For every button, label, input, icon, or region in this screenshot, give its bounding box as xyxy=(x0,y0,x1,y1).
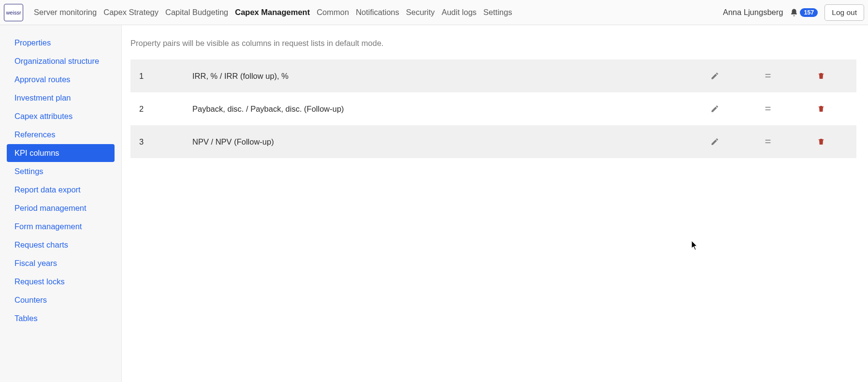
logo[interactable]: weissr xyxy=(4,4,23,21)
topnav-item[interactable]: Security xyxy=(406,6,435,19)
sidebar-item[interactable]: Tables xyxy=(7,309,115,327)
topnav-item[interactable]: Notifications xyxy=(356,6,399,19)
drag-handle-icon[interactable]: = xyxy=(765,103,771,114)
main-content: Property pairs will be visible as column… xyxy=(122,25,868,382)
topnav-item[interactable]: Settings xyxy=(483,6,512,19)
bell-icon xyxy=(790,8,798,17)
topbar-right: Anna Ljungsberg 157 Log out xyxy=(723,4,864,21)
sidebar-item[interactable]: Report data export xyxy=(7,181,115,199)
sidebar-item[interactable]: Approval routes xyxy=(7,71,115,88)
row-number: 1 xyxy=(139,72,192,81)
username[interactable]: Anna Ljungsberg xyxy=(723,8,783,17)
edit-button[interactable] xyxy=(710,137,719,146)
topbar: weissr Server monitoringCapex StrategyCa… xyxy=(0,0,868,25)
edit-button[interactable] xyxy=(710,104,719,113)
trash-icon xyxy=(817,137,825,146)
sidebar-item[interactable]: Request charts xyxy=(7,236,115,254)
sidebar-item[interactable]: References xyxy=(7,126,115,144)
row-label: NPV / NPV (Follow-up) xyxy=(192,137,688,147)
pencil-icon xyxy=(710,104,719,113)
topnav-item[interactable]: Capital Budgeting xyxy=(165,6,228,19)
edit-button[interactable] xyxy=(710,72,719,80)
delete-button[interactable] xyxy=(817,137,825,146)
table-row: 1IRR, % / IRR (follow up), %= xyxy=(130,59,856,92)
trash-icon xyxy=(817,72,825,80)
delete-button[interactable] xyxy=(817,72,825,80)
topnav-item[interactable]: Server monitoring xyxy=(34,6,97,19)
row-label: Payback, disc. / Payback, disc. (Follow-… xyxy=(192,104,688,114)
topnav-item[interactable]: Audit logs xyxy=(442,6,477,19)
sidebar-item[interactable]: Period management xyxy=(7,199,115,217)
topnav-item[interactable]: Capex Strategy xyxy=(103,6,159,19)
sidebar-item[interactable]: Fiscal years xyxy=(7,254,115,272)
row-label: IRR, % / IRR (follow up), % xyxy=(192,72,688,81)
pencil-icon xyxy=(710,137,719,146)
notifications-button[interactable]: 157 xyxy=(790,8,818,17)
sidebar-item[interactable]: Form management xyxy=(7,218,115,235)
sidebar-item[interactable]: Organizational structure xyxy=(7,52,115,70)
trash-icon xyxy=(817,104,825,113)
sidebar-item[interactable]: Request locks xyxy=(7,273,115,291)
row-number: 2 xyxy=(139,104,192,114)
sidebar-item[interactable]: Counters xyxy=(7,291,115,309)
pencil-icon xyxy=(710,72,719,80)
drag-handle-icon[interactable]: = xyxy=(765,71,771,81)
table-row: 2Payback, disc. / Payback, disc. (Follow… xyxy=(130,92,856,125)
drag-handle-icon[interactable]: = xyxy=(765,136,771,147)
sidebar-item[interactable]: Capex attributes xyxy=(7,107,115,125)
topnav-item[interactable]: Common xyxy=(317,6,349,19)
logout-button[interactable]: Log out xyxy=(825,4,864,21)
sidebar-item[interactable]: KPI columns xyxy=(7,144,115,162)
sidebar: PropertiesOrganizational structureApprov… xyxy=(0,25,122,382)
delete-button[interactable] xyxy=(817,104,825,113)
kpi-table: 1IRR, % / IRR (follow up), %=2Payback, d… xyxy=(130,59,856,158)
sidebar-item[interactable]: Properties xyxy=(7,34,115,52)
layout: PropertiesOrganizational structureApprov… xyxy=(0,25,868,382)
topnav: Server monitoringCapex StrategyCapital B… xyxy=(34,6,723,19)
table-row: 3NPV / NPV (Follow-up)= xyxy=(130,125,856,158)
page-description: Property pairs will be visible as column… xyxy=(130,39,856,48)
row-number: 3 xyxy=(139,137,192,147)
topnav-item[interactable]: Capex Management xyxy=(235,6,310,19)
sidebar-item[interactable]: Investment plan xyxy=(7,89,115,107)
sidebar-item[interactable]: Settings xyxy=(7,162,115,180)
notifications-badge: 157 xyxy=(800,8,818,17)
